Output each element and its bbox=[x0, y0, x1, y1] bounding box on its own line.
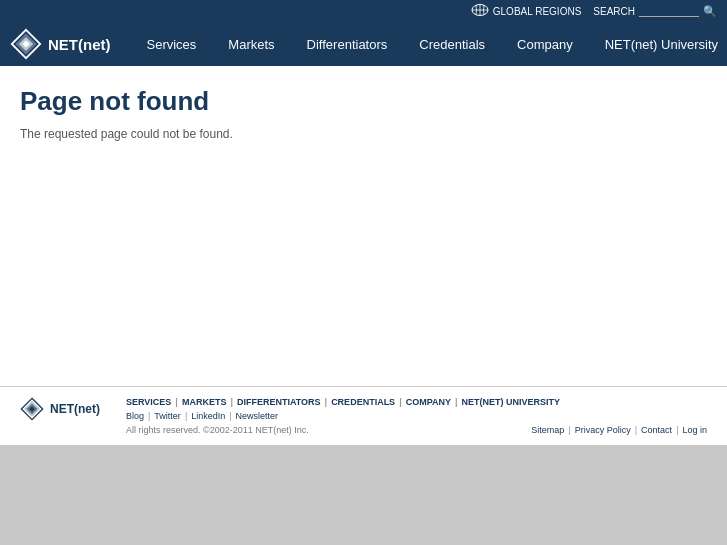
social-sep-1: | bbox=[148, 411, 150, 421]
footer-contact-link[interactable]: Contact bbox=[641, 425, 672, 435]
footer-sep-5: | bbox=[455, 397, 458, 407]
footer-privacy-link[interactable]: Privacy Policy bbox=[575, 425, 631, 435]
footer-nav-differentiators[interactable]: DIFFERENTIATORS bbox=[237, 397, 321, 407]
nav-item-differentiators[interactable]: Differentiators bbox=[291, 27, 404, 62]
footer-twitter-link[interactable]: Twitter bbox=[154, 411, 181, 421]
footer-top: NET(net) SERVICES | MARKETS | DIFFERENTI… bbox=[20, 397, 707, 435]
search-label: SEARCH bbox=[593, 6, 635, 17]
footer-nav-services[interactable]: SERVICES bbox=[126, 397, 171, 407]
social-sep-2: | bbox=[185, 411, 187, 421]
logo-text: NET(net) bbox=[48, 36, 111, 53]
page-message: The requested page could not be found. bbox=[20, 127, 707, 141]
main-nav: Services Markets Differentiators Credent… bbox=[131, 27, 728, 62]
footer-logo: NET(net) bbox=[20, 397, 110, 421]
nav-item-credentials[interactable]: Credentials bbox=[403, 27, 501, 62]
footer-nav-company[interactable]: COMPANY bbox=[406, 397, 451, 407]
bottom-sep-2: | bbox=[635, 425, 637, 435]
bottom-sep-3: | bbox=[676, 425, 678, 435]
social-sep-3: | bbox=[229, 411, 231, 421]
footer-sitemap-link[interactable]: Sitemap bbox=[531, 425, 564, 435]
global-regions-label: GLOBAL REGIONS bbox=[493, 6, 582, 17]
footer-nav-university[interactable]: NET(net) UNIVERSITY bbox=[462, 397, 561, 407]
footer-bottom-links: Sitemap | Privacy Policy | Contact | Log… bbox=[531, 425, 707, 435]
logo-icon bbox=[10, 28, 42, 60]
global-regions-button[interactable]: GLOBAL REGIONS bbox=[471, 4, 582, 18]
footer-bottom: All rights reserved. ©2002-2011 NET(net)… bbox=[126, 425, 707, 435]
footer-social-links: Blog | Twitter | LinkedIn | Newsletter bbox=[126, 411, 707, 421]
search-input[interactable] bbox=[639, 5, 699, 17]
nav-item-company[interactable]: Company bbox=[501, 27, 589, 62]
footer-newsletter-link[interactable]: Newsletter bbox=[236, 411, 279, 421]
footer-sep-4: | bbox=[399, 397, 402, 407]
nav-item-services[interactable]: Services bbox=[131, 27, 213, 62]
main-content: Page not found The requested page could … bbox=[0, 66, 727, 386]
logo-area[interactable]: NET(net) bbox=[10, 22, 121, 66]
nav-item-university[interactable]: NET(net) University bbox=[589, 27, 727, 62]
footer-login-link[interactable]: Log in bbox=[682, 425, 707, 435]
footer-sep-3: | bbox=[325, 397, 328, 407]
header: GLOBAL REGIONS SEARCH 🔍 NET(net) bbox=[0, 0, 727, 66]
footer-sep-1: | bbox=[175, 397, 178, 407]
globe-icon bbox=[471, 4, 489, 18]
footer-linkedin-link[interactable]: LinkedIn bbox=[191, 411, 225, 421]
nav-item-markets[interactable]: Markets bbox=[212, 27, 290, 62]
footer-nav-credentials[interactable]: CREDENTIALS bbox=[331, 397, 395, 407]
footer-blog-link[interactable]: Blog bbox=[126, 411, 144, 421]
search-icon[interactable]: 🔍 bbox=[703, 5, 717, 18]
footer-links-area: SERVICES | MARKETS | DIFFERENTIATORS | C… bbox=[126, 397, 707, 435]
footer-sep-2: | bbox=[230, 397, 233, 407]
nav-bar: NET(net) Services Markets Differentiator… bbox=[0, 22, 727, 66]
footer: NET(net) SERVICES | MARKETS | DIFFERENTI… bbox=[0, 386, 727, 445]
search-bar: SEARCH 🔍 bbox=[593, 5, 717, 18]
footer-nav-links: SERVICES | MARKETS | DIFFERENTIATORS | C… bbox=[126, 397, 707, 407]
footer-logo-text: NET(net) bbox=[50, 402, 100, 416]
bottom-sep-1: | bbox=[568, 425, 570, 435]
footer-nav-markets[interactable]: MARKETS bbox=[182, 397, 227, 407]
page-title: Page not found bbox=[20, 86, 707, 117]
footer-logo-icon bbox=[20, 397, 44, 421]
top-bar: GLOBAL REGIONS SEARCH 🔍 bbox=[0, 0, 727, 22]
footer-copyright: All rights reserved. ©2002-2011 NET(net)… bbox=[126, 425, 309, 435]
